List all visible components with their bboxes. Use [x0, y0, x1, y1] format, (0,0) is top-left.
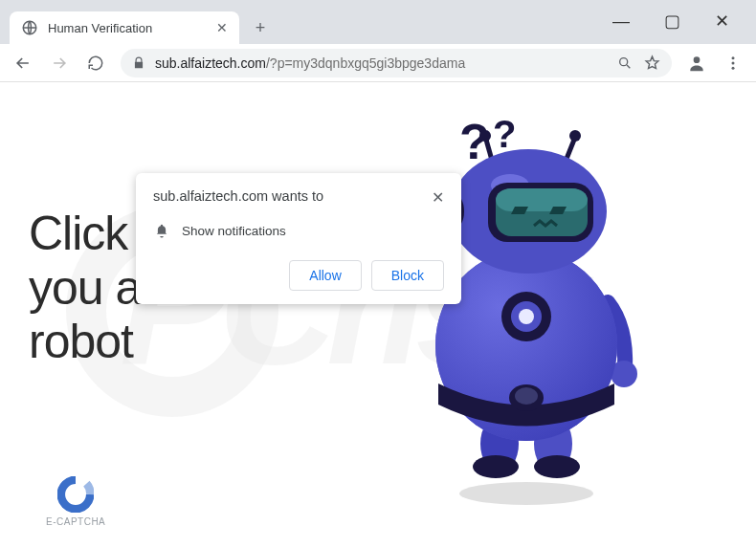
svg-point-3 [732, 56, 735, 59]
maximize-button[interactable]: ▢ [664, 11, 680, 32]
page-content: PCrisk Click Allow if you are not a robo… [0, 82, 756, 548]
address-bar[interactable]: sub.alfaiztech.com/?p=my3dqnbxgq5gi3bpge… [121, 49, 672, 77]
url-text: sub.alfaiztech.com/?p=my3dqnbxgq5gi3bpge… [155, 55, 607, 71]
lock-icon [132, 56, 145, 70]
menu-button[interactable] [718, 48, 748, 78]
svg-point-23 [519, 309, 534, 324]
prompt-close-button[interactable]: ✕ [432, 188, 444, 207]
robot-illustration: ? ? [373, 111, 660, 513]
reload-button[interactable] [80, 48, 111, 78]
svg-point-1 [620, 57, 628, 65]
profile-button[interactable] [681, 48, 712, 78]
captcha-c-icon [57, 476, 94, 513]
url-host: sub.alfaiztech.com [155, 55, 266, 71]
allow-button[interactable]: Allow [289, 260, 361, 291]
kebab-icon [724, 55, 742, 72]
svg-point-10 [459, 482, 593, 505]
svg-point-25 [479, 130, 491, 142]
svg-point-16 [534, 455, 580, 478]
bookmark-star-icon[interactable] [643, 55, 660, 72]
arrow-left-icon [13, 54, 33, 73]
svg-rect-32 [496, 188, 588, 211]
globe-icon [21, 19, 38, 36]
block-button[interactable]: Block [371, 260, 444, 291]
back-button[interactable] [8, 48, 38, 78]
zoom-icon[interactable] [616, 55, 634, 72]
captcha-label: E-CAPTCHA [46, 516, 105, 527]
browser-toolbar: sub.alfaiztech.com/?p=my3dqnbxgq5gi3bpge… [0, 44, 756, 82]
svg-point-4 [732, 61, 735, 64]
new-tab-button[interactable]: + [247, 14, 274, 41]
captcha-badge: E-CAPTCHA [46, 476, 105, 527]
minimize-button[interactable]: — [612, 11, 630, 32]
svg-text:?: ? [493, 113, 516, 155]
tab-close-button[interactable]: ✕ [216, 20, 228, 35]
prompt-capability-text: Show notifications [182, 224, 286, 238]
window-controls: — ▢ ✕ [612, 0, 756, 42]
reload-icon [87, 55, 104, 72]
svg-point-27 [569, 130, 581, 142]
arrow-right-icon [50, 54, 69, 73]
notification-permission-prompt: sub.alfaiztech.com wants to ✕ Show notif… [136, 173, 461, 304]
tab-title: Human Verification [48, 21, 207, 35]
svg-point-15 [473, 455, 519, 478]
bell-icon [153, 222, 170, 239]
svg-point-20 [515, 387, 538, 405]
plus-icon: + [256, 18, 266, 38]
prompt-origin-text: sub.alfaiztech.com wants to [153, 188, 323, 204]
svg-point-2 [694, 56, 700, 63]
forward-button[interactable] [44, 48, 75, 78]
url-path: /?p=my3dqnbxgq5gi3bpge3dama [266, 55, 465, 71]
browser-tab[interactable]: Human Verification ✕ [10, 11, 239, 44]
svg-point-5 [732, 66, 735, 69]
person-icon [687, 54, 706, 73]
close-window-button[interactable]: ✕ [715, 11, 729, 32]
